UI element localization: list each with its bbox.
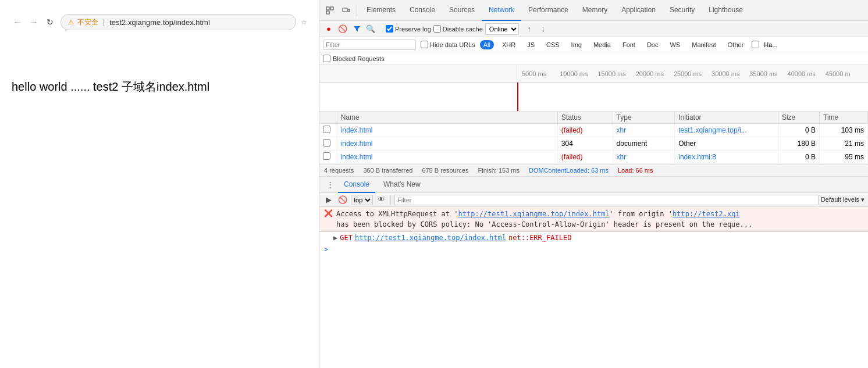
security-icon: ⚠: [68, 19, 74, 26]
ms-40000: 40000 ms: [788, 70, 826, 77]
cors-error-link1[interactable]: http://test1.xqiangme.top/index.html: [458, 210, 610, 218]
reload-button[interactable]: ↻: [44, 16, 56, 28]
hide-data-urls-checkbox[interactable]: Hide data URLs: [421, 41, 475, 48]
table-row[interactable]: index.html (failed) xhr test1.xqiangme.t…: [319, 124, 868, 137]
table-row[interactable]: index.html (failed) xhr index.html:8 0 B…: [319, 151, 868, 164]
row-initiator[interactable]: test1.xqiangme.top/i...: [675, 124, 778, 137]
cors-error-link2[interactable]: http://test2.xqi: [673, 210, 740, 218]
filter-type-all[interactable]: All: [480, 40, 494, 49]
console-prompt[interactable]: >: [319, 244, 868, 255]
search-icon[interactable]: 🔍: [365, 23, 376, 35]
col-name-header[interactable]: Name: [337, 112, 557, 124]
row-checkbox[interactable]: [319, 137, 337, 151]
ms-10000: 10000 ms: [560, 70, 597, 77]
console-no-entry-icon[interactable]: 🚫: [337, 194, 348, 206]
forward-button[interactable]: →: [28, 16, 40, 28]
filter-type-manifest[interactable]: Manifest: [688, 40, 720, 49]
get-expand-icon[interactable]: ▶: [333, 234, 337, 242]
console-menu-icon[interactable]: ⋮: [324, 179, 336, 191]
clear-button[interactable]: 🚫: [337, 23, 348, 35]
tab-console[interactable]: Console: [403, 0, 442, 21]
tab-application[interactable]: Application: [614, 0, 663, 21]
row-checkbox[interactable]: [319, 124, 337, 137]
blocked-requests-checkbox[interactable]: [323, 55, 330, 62]
disable-cache-checkbox[interactable]: Disable cache: [433, 25, 483, 33]
filter-type-doc[interactable]: Doc: [643, 40, 662, 49]
record-button[interactable]: ●: [323, 23, 335, 35]
filter-type-ws[interactable]: WS: [666, 40, 684, 49]
import-icon[interactable]: ↑: [524, 23, 535, 35]
timeline-header: 5000 ms 10000 ms 15000 ms 20000 ms 25000…: [319, 65, 868, 83]
timeline-name-spacer: [319, 65, 517, 82]
devtools-tab-bar: Elements Console Sources Network Perform…: [319, 0, 868, 21]
row-checkbox[interactable]: [319, 151, 337, 164]
svg-rect-0: [326, 7, 329, 10]
filter-icon[interactable]: [351, 23, 362, 35]
tab-lighthouse[interactable]: Lighthouse: [702, 0, 750, 21]
get-error-code: net::ERR_FAILED: [508, 234, 571, 242]
transferred-size: 360 B transferred: [363, 167, 412, 174]
preserve-log-checkbox[interactable]: Preserve log: [386, 25, 431, 33]
has-more-checkbox[interactable]: [752, 41, 759, 48]
col-time-header[interactable]: Time: [820, 112, 868, 124]
filter-type-xhr[interactable]: XHR: [499, 40, 519, 49]
bookmark-icon[interactable]: ☆: [301, 18, 307, 26]
tab-sources[interactable]: Sources: [442, 0, 482, 21]
timeline-red-line: [517, 83, 518, 111]
col-type-header[interactable]: Type: [613, 112, 675, 124]
col-initiator-header[interactable]: Initiator: [675, 112, 778, 124]
col-status-header[interactable]: Status: [557, 112, 613, 124]
ms-35000: 35000 ms: [749, 70, 787, 77]
table-header-row: Name Status Type Initiator Size Time: [319, 112, 868, 124]
load-time: Load: 66 ms: [618, 167, 653, 174]
console-context-select[interactable]: top: [351, 195, 373, 205]
col-size-header[interactable]: Size: [778, 112, 819, 124]
console-levels-label[interactable]: Default levels ▾: [821, 196, 865, 203]
tab-security[interactable]: Security: [663, 0, 702, 21]
finish-time: Finish: 153 ms: [478, 167, 520, 174]
tab-memory[interactable]: Memory: [575, 0, 614, 21]
console-eye-icon[interactable]: 👁: [375, 194, 387, 206]
filter-type-img[interactable]: Img: [568, 40, 585, 49]
tab-network[interactable]: Network: [482, 0, 521, 21]
filter-type-media[interactable]: Media: [590, 40, 614, 49]
prompt-chevron: >: [324, 245, 328, 253]
filter-type-css[interactable]: CSS: [543, 40, 563, 49]
filter-type-js[interactable]: JS: [524, 40, 538, 49]
tab-console-bottom[interactable]: Console: [338, 177, 375, 193]
row-name[interactable]: index.html: [337, 137, 557, 151]
filter-input[interactable]: [323, 40, 416, 50]
browser-page: ← → ↻ ⚠ 不安全 | test2.xqiangme.top/index.h…: [0, 0, 319, 368]
export-icon[interactable]: ↓: [538, 23, 549, 35]
tab-performance[interactable]: Performance: [521, 0, 575, 21]
console-separator: [390, 195, 391, 205]
row-initiator[interactable]: index.html:8: [675, 151, 778, 164]
tab-elements[interactable]: Elements: [360, 0, 403, 21]
throttle-select[interactable]: Online: [485, 23, 519, 35]
address-bar[interactable]: ⚠ 不安全 | test2.xqiangme.top/index.html: [61, 14, 296, 30]
row-size: 0 B: [778, 151, 819, 164]
filter-type-other[interactable]: Other: [724, 40, 748, 49]
row-name[interactable]: index.html: [337, 124, 557, 137]
tab-whats-new[interactable]: What's New: [378, 177, 426, 193]
device-toggle-icon[interactable]: [338, 2, 354, 19]
row-size: 0 B: [778, 124, 819, 137]
console-panel: ⋮ Console What's New ▶ 🚫 top 👁 Default l…: [319, 177, 868, 368]
back-button[interactable]: ←: [12, 16, 23, 28]
network-status-bar: 4 requests 360 B transferred 675 B resou…: [319, 164, 868, 177]
filter-row: Hide data URLs All XHR JS CSS Img Media …: [319, 37, 868, 52]
console-play-icon[interactable]: ▶: [323, 194, 335, 206]
inspect-icon[interactable]: [322, 2, 338, 19]
table-row[interactable]: index.html 304 document Other 180 B 21 m…: [319, 137, 868, 151]
console-filter-input[interactable]: [394, 195, 819, 205]
row-name[interactable]: index.html: [337, 151, 557, 164]
blocked-requests-row: Blocked Requests: [319, 52, 868, 65]
network-table: Name Status Type Initiator Size Time ind…: [319, 112, 868, 164]
filter-type-font[interactable]: Font: [619, 40, 639, 49]
dom-content-loaded: DOMContentLoaded: 63 ms: [529, 167, 609, 174]
svg-rect-1: [326, 11, 329, 14]
svg-rect-3: [343, 8, 347, 12]
network-toolbar: ● 🚫 🔍 Preserve log Disable cache Online …: [319, 21, 868, 37]
svg-rect-4: [348, 9, 350, 12]
get-url[interactable]: http://test1.xqiangme.top/index.html: [355, 234, 506, 242]
